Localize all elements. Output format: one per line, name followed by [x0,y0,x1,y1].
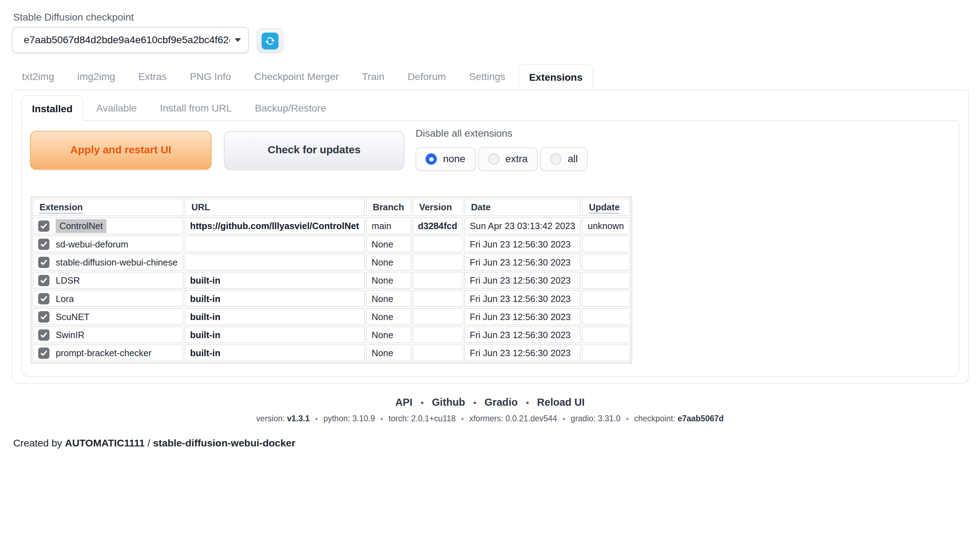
bullet-separator: • [461,415,464,423]
cell-date: Sun Apr 23 03:13:42 2023 [464,217,581,234]
extension-checkbox[interactable] [38,311,49,322]
version-item-value: v1.3.1 [287,414,310,424]
checkpoint-label: Stable Diffusion checkpoint [13,12,134,23]
cell-date: Fri Jun 23 12:56:30 2023 [464,236,581,252]
cell-extension: ScuNET [33,308,183,325]
cell-extension: Lora [33,290,183,307]
disable-extensions-label: Disable all extensions [416,128,513,139]
cell-url: built-in [185,272,364,289]
footer-link-gradio[interactable]: Gradio [484,397,518,408]
cell-branch: None [366,272,411,289]
column-header-branch: Branch [366,199,411,216]
apply-restart-button[interactable]: Apply and restart UI [30,131,212,170]
extension-checkbox[interactable] [38,293,49,304]
table-row: sd-webui-deforumNoneFri Jun 23 12:56:30 … [33,236,630,252]
version-item-value: 2.0.1+cu118 [411,414,456,424]
extension-name: sd-webui-deforum [56,239,128,249]
created-by-prefix: Created by [13,438,65,448]
subtab-installed[interactable]: Installed [21,95,83,121]
tab-deforum[interactable]: Deforum [398,64,456,89]
column-header-date: Date [464,199,581,216]
tab-img2img[interactable]: img2img [67,64,125,89]
column-header-label: URL [191,202,210,212]
refresh-icon [261,32,278,49]
version-item-label: xformers: [469,414,505,424]
footer-link-github[interactable]: Github [432,397,465,408]
tab-checkpoint-merger[interactable]: Checkpoint Merger [244,64,349,89]
version-item-label: gradio: [571,414,598,424]
tab-txt2img[interactable]: txt2img [12,64,64,89]
refresh-checkpoints-button[interactable] [256,28,283,53]
cell-version [412,290,463,307]
column-header-extension: Extension [33,199,183,216]
table-row: ControlNethttps://github.com/lllyasviel/… [33,217,630,234]
bullet-separator: • [381,415,383,423]
radio-option-label: extra [505,153,528,165]
cell-date: Fri Jun 23 12:56:30 2023 [464,290,581,307]
radio-circle-icon [550,153,562,165]
main-tab-bar: txt2imgimg2imgExtrasPNG InfoCheckpoint M… [12,64,593,89]
table-row: stable-diffusion-webui-chineseNoneFri Ju… [33,253,630,271]
column-header-label: Extension [39,202,83,214]
tab-png-info[interactable]: PNG Info [180,64,241,89]
extension-checkbox[interactable] [38,256,49,268]
version-item-label: version: [256,414,287,424]
cell-branch: None [366,308,411,325]
cell-version [412,327,463,343]
bullet-separator: • [626,415,629,423]
footer-link-reload-ui[interactable]: Reload UI [537,397,585,408]
radio-option-extra[interactable]: extra [478,147,538,171]
subtab-available[interactable]: Available [86,95,147,121]
disable-extensions-radiogroup: noneextraall [416,147,588,171]
extension-checkbox[interactable] [38,329,49,341]
chevron-down-icon [235,38,241,42]
column-header-version: Version [412,199,463,216]
footer-links: API•Github•Gradio•Reload UI [0,397,980,408]
version-item-value: 3.10.9 [352,414,375,424]
extension-name: ControlNet [56,219,107,233]
bullet-separator: • [563,415,565,423]
checkpoint-value: e7aab5067d84d2bde9a4e610cbf9e5a2bc4f62d8 [24,34,230,46]
extension-url[interactable]: https://github.com/lllyasviel/ControlNet [190,221,359,231]
tab-train[interactable]: Train [352,64,395,89]
cell-version [412,344,463,362]
created-by: Created by AUTOMATIC1111 / stable-diffus… [13,438,296,449]
cell-version [412,272,463,289]
column-header-update: Update [582,199,630,216]
version-item: checkpoint: e7aab5067d [634,414,724,424]
cell-update [582,236,630,252]
footer-link-api[interactable]: API [395,397,412,408]
tab-settings[interactable]: Settings [459,64,515,89]
subtab-backup-restore[interactable]: Backup/Restore [245,95,336,121]
repo-link[interactable]: stable-diffusion-webui-docker [153,438,296,448]
version-item-label: python: [323,414,352,424]
column-header-url: URL [185,199,364,216]
extension-checkbox[interactable] [38,220,49,231]
author-link[interactable]: AUTOMATIC1111 [65,438,144,448]
extension-name: Lora [56,293,73,303]
radio-option-all[interactable]: all [540,147,588,171]
cell-update [582,308,630,325]
table-row: SwinIRbuilt-inNoneFri Jun 23 12:56:30 20… [33,327,630,343]
cell-branch: None [366,253,411,271]
subtab-install-from-url[interactable]: Install from URL [150,95,242,121]
extension-name: SwinIR [56,330,84,339]
extension-name: ScuNET [56,312,89,322]
extension-checkbox[interactable] [38,275,49,286]
extension-checkbox[interactable] [38,347,49,359]
extension-checkbox[interactable] [38,238,49,250]
column-header-label: Update [589,202,620,214]
cell-branch: main [366,217,411,234]
cell-version [412,308,463,325]
bullet-separator: • [526,398,529,408]
cell-update [582,344,630,362]
radio-option-none[interactable]: none [416,147,476,171]
cell-url [185,253,364,271]
table-header-row: ExtensionURLBranchVersionDateUpdate [33,199,630,216]
checkpoint-dropdown[interactable]: e7aab5067d84d2bde9a4e610cbf9e5a2bc4f62d8 [12,27,249,53]
check-updates-button[interactable]: Check for updates [224,131,404,170]
tab-extras[interactable]: Extras [129,64,177,89]
table-row: LDSRbuilt-inNoneFri Jun 23 12:56:30 2023 [33,272,630,289]
tab-extensions[interactable]: Extensions [518,64,593,89]
cell-url: built-in [185,327,364,343]
